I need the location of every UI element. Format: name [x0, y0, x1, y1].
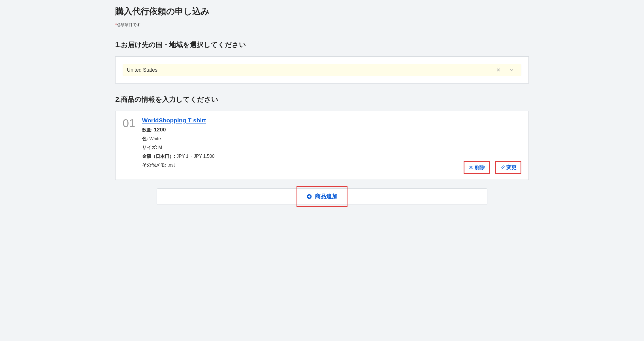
- country-select[interactable]: United States: [123, 64, 521, 76]
- product-item-card: 01 WorldShopping T shirt 数量: 1200 色: Whi…: [115, 111, 529, 180]
- delete-button-label: 削除: [475, 164, 485, 171]
- country-panel: United States: [115, 56, 529, 84]
- section2-heading: 2.商品の情報を入力してください: [115, 95, 529, 104]
- add-item-label: 商品追加: [315, 193, 338, 200]
- chevron-down-icon[interactable]: [506, 67, 517, 73]
- required-note-text: 必須項目です: [117, 22, 140, 27]
- delete-button[interactable]: 削除: [464, 161, 490, 174]
- item-color-label: 色:: [142, 136, 148, 141]
- item-size-value: M: [158, 145, 162, 150]
- required-note: *必須項目です: [115, 22, 529, 27]
- edit-button-label: 変更: [506, 164, 517, 171]
- section1-heading: 1.お届け先の国・地域を選択してください: [115, 40, 529, 49]
- item-title-link[interactable]: WorldShopping T shirt: [142, 117, 206, 124]
- item-quantity-row: 数量: 1200: [142, 127, 522, 133]
- edit-icon: [500, 165, 505, 170]
- add-item-button[interactable]: 商品追加: [306, 193, 338, 200]
- item-price-label: 金額（日本円）:: [142, 154, 175, 159]
- item-size-label: サイズ:: [142, 145, 157, 150]
- item-size-row: サイズ: M: [142, 145, 522, 151]
- add-item-bar: 商品追加: [157, 188, 487, 205]
- item-quantity-value: 1200: [154, 127, 166, 133]
- item-quantity-label: 数量:: [142, 127, 153, 132]
- plus-circle-icon: [306, 194, 312, 199]
- close-icon: [468, 165, 474, 170]
- item-price-row: 金額（日本円）: JPY 1 ~ JPY 1,500: [142, 154, 522, 159]
- select-divider: [505, 67, 505, 73]
- item-color-row: 色: White: [142, 136, 522, 142]
- item-price-value: JPY 1 ~ JPY 1,500: [176, 154, 214, 159]
- item-memo-value: test: [167, 163, 175, 167]
- clear-icon[interactable]: [493, 67, 504, 73]
- edit-button[interactable]: 変更: [495, 161, 521, 174]
- country-selected-value: United States: [127, 67, 493, 73]
- item-memo-label: その他メモ:: [142, 163, 166, 167]
- item-number: 01: [123, 117, 135, 129]
- page-title: 購入代行依頼の申し込み: [115, 6, 529, 17]
- item-color-value: White: [149, 136, 161, 141]
